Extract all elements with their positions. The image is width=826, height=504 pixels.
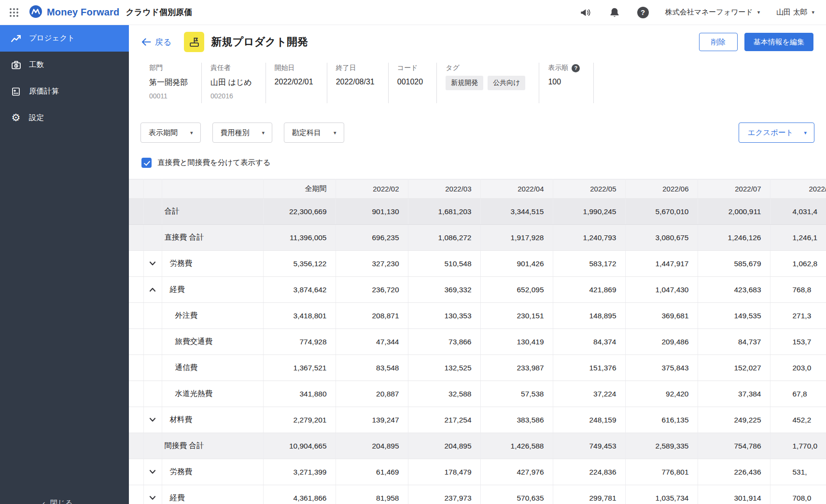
period-filter-dropdown[interactable]: 表示期間 ▾ (140, 123, 201, 143)
sidebar-item-costing[interactable]: 原価計算 (0, 78, 129, 105)
value-cell-clipped: 1,770,0 (770, 433, 826, 459)
column-header: 2022/04 (480, 179, 553, 199)
chevron-down-icon (149, 470, 156, 474)
sidebar-item-label: 工数 (29, 60, 44, 70)
row-gutter (129, 485, 143, 504)
expand-toggle[interactable] (143, 459, 162, 485)
value-cell-clipped: 1,246,1 (770, 225, 826, 251)
value-cell: 61,469 (336, 459, 408, 485)
value-cell: 369,332 (408, 277, 480, 303)
filter-bar: 表示期間 ▾ 費用種別 ▾ 勘定科目 ▾ エクスポート ▾ (140, 123, 814, 143)
value-cell: 233,987 (480, 355, 553, 381)
cost-type-filter-dropdown[interactable]: 費用種別 ▾ (212, 123, 273, 143)
row-gutter (129, 329, 143, 355)
tag-badge: 公共向け (488, 76, 525, 90)
expand-toggle-button[interactable] (146, 414, 159, 426)
gear-icon: ⚙ (11, 113, 21, 123)
table-row: 直接費 合計11,396,005696,2351,086,2721,917,92… (129, 225, 826, 251)
chevron-down-icon (149, 261, 156, 266)
header-actions: 削除 基本情報を編集 (699, 33, 813, 51)
table-row: 合計22,300,669901,1301,681,2033,344,5151,9… (129, 199, 826, 225)
row-gutter (129, 277, 143, 303)
cost-table-header-row: 全期間2022/022022/032022/042022/052022/0620… (129, 179, 826, 199)
info-field-display-order: 表示順 ? 100 (539, 63, 594, 103)
value-cell-clipped: 768,8 (770, 277, 826, 303)
expand-toggle[interactable] (143, 485, 162, 504)
field-label-text: 表示順 (548, 64, 568, 72)
table-row: 経費4,361,86681,958237,973570,635299,7811,… (129, 485, 826, 504)
row-gutter (129, 459, 143, 485)
back-button[interactable]: 戻る (141, 37, 171, 48)
cost-table: 全期間2022/022022/032022/042022/052022/0620… (129, 179, 826, 504)
expand-toggle[interactable] (143, 277, 162, 303)
expand-toggle[interactable] (143, 407, 162, 433)
company-menu[interactable]: 株式会社マネーフォワード ▾ (665, 8, 760, 17)
value-cell: 2,279,201 (263, 407, 336, 433)
column-header-empty (143, 179, 162, 199)
row-label: 経費 (162, 485, 263, 504)
table-row: 水道光熱費341,88020,88732,58857,53837,22492,4… (129, 381, 826, 407)
sidebar-item-manhours[interactable]: 工数 (0, 52, 129, 78)
chevron-down-icon: ▾ (812, 10, 814, 15)
info-field-code: コード 001020 (389, 63, 437, 103)
value-cell-clipped: 452,2 (770, 407, 826, 433)
moneyforward-logo-icon (29, 5, 42, 20)
expand-toggle-button[interactable] (146, 258, 159, 270)
value-cell: 3,344,515 (480, 199, 553, 225)
dropdown-label: 勘定科目 (292, 128, 321, 137)
expand-toggle[interactable] (143, 251, 162, 277)
value-cell: 84,374 (553, 329, 625, 355)
dropdown-label: 費用種別 (221, 128, 250, 137)
value-cell-clipped: 1,062,8 (770, 251, 826, 277)
value-cell: 754,786 (698, 433, 770, 459)
value-cell: 209,486 (625, 329, 698, 355)
cost-table-body: 合計22,300,669901,1301,681,2033,344,5151,9… (129, 199, 826, 504)
help-icon[interactable]: ? (637, 7, 649, 18)
expand-toggle-button[interactable] (146, 466, 159, 478)
value-cell: 47,344 (336, 329, 408, 355)
value-cell: 224,836 (553, 459, 625, 485)
account-filter-dropdown[interactable]: 勘定科目 ▾ (284, 123, 344, 143)
value-cell: 901,130 (336, 199, 408, 225)
help-icon[interactable]: ? (572, 64, 580, 72)
megaphone-icon[interactable] (579, 6, 592, 19)
split-costs-checkbox[interactable] (141, 158, 152, 168)
row-gutter (129, 433, 143, 459)
value-cell: 37,384 (698, 381, 770, 407)
sidebar-item-label: 原価計算 (29, 86, 59, 96)
notification-bell-icon[interactable] (608, 6, 621, 19)
value-cell: 585,679 (698, 251, 770, 277)
column-header: 2022/05 (553, 179, 625, 199)
expand-toggle-button[interactable] (146, 492, 159, 504)
row-gutter (143, 355, 162, 381)
field-label: 責任者 (210, 64, 252, 72)
back-label: 戻る (155, 37, 171, 48)
value-cell: 1,681,203 (408, 199, 480, 225)
value-cell: 383,586 (480, 407, 553, 433)
value-cell: 301,914 (698, 485, 770, 504)
value-cell: 83,548 (336, 355, 408, 381)
brand-logo[interactable]: Money Forward クラウド個別原価 (29, 5, 192, 20)
edit-basic-info-button[interactable]: 基本情報を編集 (744, 33, 813, 51)
expand-toggle-button[interactable] (146, 284, 159, 296)
value-cell: 204,895 (408, 433, 480, 459)
value-cell: 20,887 (336, 381, 408, 407)
delete-button[interactable]: 削除 (699, 33, 738, 51)
field-label: 表示順 ? (548, 64, 580, 72)
value-cell: 92,420 (625, 381, 698, 407)
page-header: 戻る 新規プロダクト開発 削除 基本情報を編集 (129, 25, 826, 56)
table-row: 材料費2,279,201139,247217,254383,586248,159… (129, 407, 826, 433)
sidebar-collapse-button[interactable]: ‹ 閉じる (42, 498, 73, 504)
export-button[interactable]: エクスポート ▾ (739, 123, 814, 143)
row-gutter (129, 355, 143, 381)
project-icon (184, 32, 204, 52)
user-menu[interactable]: 山田 太郎 ▾ (776, 8, 814, 17)
value-cell: 73,866 (408, 329, 480, 355)
sidebar-item-projects[interactable]: プロジェクト (0, 25, 129, 52)
apps-grid-icon[interactable] (8, 6, 20, 19)
value-cell-clipped: 531, (770, 459, 826, 485)
sidebar-item-settings[interactable]: ⚙ 設定 (0, 105, 129, 131)
column-header: 全期間 (263, 179, 336, 199)
value-cell: 2,000,911 (698, 199, 770, 225)
value-cell: 2,589,335 (625, 433, 698, 459)
